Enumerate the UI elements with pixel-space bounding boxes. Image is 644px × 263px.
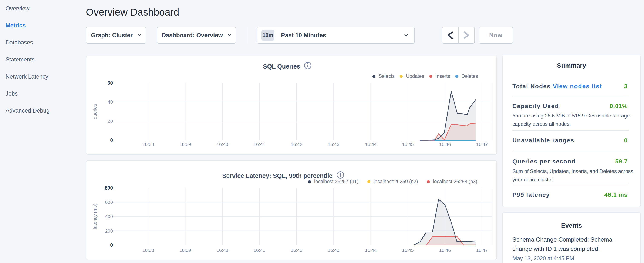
svg-text:16:39: 16:39 [179,247,191,253]
svg-text:20: 20 [108,119,113,124]
svg-text:200: 200 [105,228,113,234]
svg-text:16:46: 16:46 [439,247,451,253]
svg-text:16:45: 16:45 [402,142,414,147]
svg-text:16:38: 16:38 [142,247,154,253]
svg-text:60: 60 [107,80,113,86]
svg-text:0: 0 [110,137,113,143]
svg-text:16:42: 16:42 [291,142,302,147]
svg-text:Service Latency: SQL, 99th per: Service Latency: SQL, 99th percentile [222,172,332,179]
svg-text:16:42: 16:42 [291,247,302,253]
svg-text:40: 40 [108,99,113,105]
svg-text:16:40: 16:40 [216,247,228,253]
svg-text:16:41: 16:41 [254,142,265,147]
svg-text:16:41: 16:41 [254,247,265,253]
svg-text:16:45: 16:45 [402,247,414,253]
svg-text:600: 600 [105,200,113,205]
svg-text:800: 800 [105,185,113,191]
svg-text:16:47: 16:47 [476,247,488,253]
svg-text:16:39: 16:39 [179,142,191,147]
svg-text:16:38: 16:38 [142,142,154,147]
svg-text:16:43: 16:43 [328,142,339,147]
svg-text:0: 0 [110,242,113,248]
svg-text:16:40: 16:40 [216,142,228,147]
svg-text:16:44: 16:44 [365,247,376,253]
svg-text:SQL Queries: SQL Queries [263,63,300,70]
svg-text:16:44: 16:44 [365,142,376,147]
svg-text:16:43: 16:43 [328,247,339,253]
svg-text:queries: queries [92,104,98,119]
svg-text:400: 400 [105,214,113,219]
svg-text:16:47: 16:47 [476,142,488,147]
svg-text:16:46: 16:46 [439,142,451,147]
svg-text:latency (ms): latency (ms) [92,204,98,229]
